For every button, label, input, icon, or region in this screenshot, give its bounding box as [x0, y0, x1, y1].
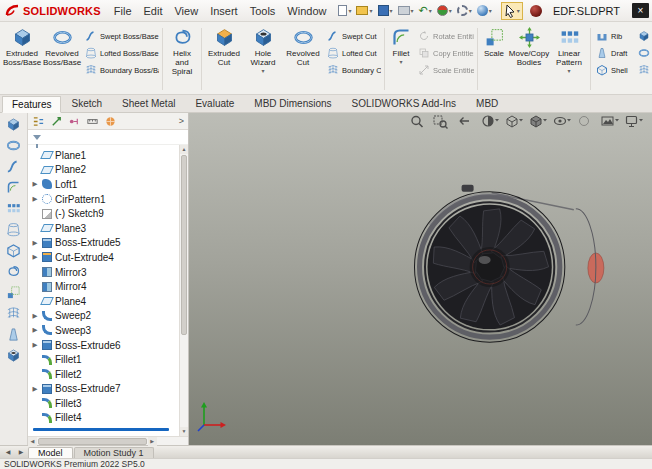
display-style-icon[interactable] — [531, 116, 547, 127]
expand-arrow-icon[interactable]: ▶ — [31, 253, 39, 261]
scroll-up-arrow-icon[interactable]: ▲ — [180, 145, 188, 154]
move-copy-bodies-button[interactable]: Move/Copy Bodies — [508, 24, 550, 94]
tab-scroll-right-icon[interactable]: ▶ — [15, 446, 27, 458]
propertymanager-tab-icon[interactable] — [50, 115, 63, 128]
tree-item[interactable]: Fillet1 — [31, 352, 177, 367]
hide-show-items-icon[interactable] — [555, 118, 572, 125]
nose-shaft[interactable] — [570, 253, 604, 283]
rebuild-button[interactable]: ▾ — [436, 4, 453, 17]
tree-item[interactable]: (-) Sketch9 — [31, 206, 177, 221]
left-tool-icon[interactable] — [6, 138, 21, 153]
filter-funnel-icon[interactable] — [33, 135, 41, 140]
left-tool-icon[interactable] — [6, 159, 21, 174]
new-document-button[interactable]: ▾ — [337, 4, 352, 17]
lofted-boss-button[interactable]: Lofted Boss/Base — [85, 47, 159, 59]
select-tool-button[interactable]: ▾ — [501, 2, 523, 20]
linear-pattern-button[interactable]: Linear Pattern▾ — [550, 24, 588, 94]
copy-entities-button[interactable]: Copy Entities — [418, 47, 474, 59]
left-tool-icon[interactable] — [6, 348, 21, 363]
left-tool-icon[interactable] — [6, 327, 21, 342]
menu-window[interactable]: Window — [281, 3, 332, 19]
tree-item[interactable]: ▶Cut-Extrude4 — [31, 250, 177, 265]
tree-horizontal-scrollbar[interactable]: ◀ ▶ — [28, 436, 188, 445]
expand-arrow-icon[interactable]: ▶ — [31, 195, 39, 203]
tree-item[interactable]: Plane3 — [31, 221, 177, 236]
expand-arrow-icon[interactable]: ▶ — [31, 341, 39, 349]
tree-item[interactable]: Plane4 — [31, 294, 177, 309]
tree-item[interactable]: ▶CirPattern1 — [31, 192, 177, 207]
extruded-cut-button[interactable]: Extruded Cut — [204, 24, 244, 94]
rib-button[interactable]: Rib — [596, 30, 634, 42]
expand-arrow-icon[interactable]: ▶ — [31, 239, 39, 247]
tree-item[interactable]: Fillet3 — [31, 396, 177, 411]
open-button[interactable]: ▾ — [355, 5, 373, 16]
section-view-icon[interactable] — [483, 116, 499, 126]
scale-button[interactable]: Scale — [480, 24, 508, 94]
rollback-bar[interactable] — [33, 428, 169, 431]
scrollbar-thumb[interactable] — [181, 155, 187, 335]
displaymanager-tab-icon[interactable] — [104, 115, 117, 128]
print-button[interactable]: ▾ — [397, 5, 415, 16]
tree-item[interactable]: Fillet4 — [31, 411, 177, 426]
helix-spiral-button[interactable]: Helix and Spiral — [165, 24, 199, 94]
tree-item[interactable]: Fillet2 — [31, 367, 177, 382]
left-tool-icon[interactable] — [6, 306, 21, 321]
save-button[interactable]: ▾ — [377, 4, 394, 17]
tab-model[interactable]: Model — [28, 447, 73, 458]
tab-mbd-dimensions[interactable]: MBD Dimensions — [244, 95, 341, 112]
scroll-right-arrow-icon[interactable]: ▶ — [148, 437, 157, 446]
panel-expand-chevron-icon[interactable]: > — [179, 116, 184, 126]
tree-vertical-scrollbar[interactable]: ▲ ▼ — [179, 145, 188, 436]
view-settings-icon[interactable] — [627, 117, 644, 127]
revolved-cut-button[interactable]: Revolved Cut — [282, 24, 324, 94]
left-tool-icon[interactable] — [6, 264, 21, 279]
tab-sketch[interactable]: Sketch — [61, 95, 112, 112]
tree-item[interactable]: ▶Sweep3 — [31, 323, 177, 338]
sphere-icon[interactable] — [530, 5, 542, 17]
model-edf-part[interactable] — [189, 113, 652, 445]
rotate-entities-button[interactable]: Rotate Entities — [418, 30, 474, 42]
tree-item[interactable]: ▶Loft1 — [31, 177, 177, 192]
close-button[interactable]: × — [632, 3, 649, 18]
swept-cut-button[interactable]: Swept Cut — [327, 30, 381, 42]
tab-sheet-metal[interactable]: Sheet Metal — [112, 95, 185, 112]
tree-item[interactable]: ▶Boss-Extrude7 — [31, 382, 177, 397]
menu-edit[interactable]: Edit — [138, 3, 169, 19]
tab-mbd[interactable]: MBD — [466, 95, 508, 112]
tree-item[interactable]: Plane1 — [31, 148, 177, 163]
scroll-down-arrow-icon[interactable]: ▼ — [180, 427, 188, 436]
mirror-button[interactable]: Mirror — [638, 64, 652, 76]
scrollbar-thumb[interactable] — [38, 438, 147, 445]
extruded-boss-button[interactable]: Extruded Boss/Base — [2, 24, 42, 94]
menu-insert[interactable]: Insert — [204, 3, 244, 19]
options-button[interactable]: ▾ — [456, 4, 473, 17]
left-tool-icon[interactable] — [6, 243, 21, 258]
expand-arrow-icon[interactable]: ▶ — [31, 385, 39, 393]
tree-item[interactable]: ▶Sweep2 — [31, 309, 177, 324]
undo-button[interactable]: ↶▾ — [418, 4, 433, 17]
menu-file[interactable]: File — [108, 3, 138, 19]
tab-features[interactable]: Features — [2, 96, 61, 113]
fillet-button[interactable]: Fillet▾ — [387, 24, 415, 94]
apply-scene-icon[interactable] — [602, 117, 619, 125]
zoom-to-area-icon[interactable] — [434, 116, 448, 129]
graphics-viewport[interactable] — [189, 113, 652, 445]
view-orientation-icon[interactable] — [507, 116, 523, 127]
tab-motion-study-1[interactable]: Motion Study 1 — [74, 447, 154, 458]
boundary-boss-button[interactable]: Boundary Boss/Base — [85, 64, 159, 76]
previous-view-icon[interactable] — [460, 118, 469, 125]
scroll-left-arrow-icon[interactable]: ◀ — [28, 437, 37, 446]
tab-scroll-left-icon[interactable]: ◀ — [2, 446, 14, 458]
menu-tools[interactable]: Tools — [244, 3, 282, 19]
left-tool-icon[interactable] — [6, 222, 21, 237]
intersect-button[interactable]: Intersect — [638, 47, 652, 59]
draft-button[interactable]: Draft — [596, 47, 634, 59]
hole-wizard-button[interactable]: Hole Wizard▾ — [244, 24, 282, 94]
left-tool-icon[interactable] — [6, 117, 21, 132]
left-tool-icon[interactable] — [6, 180, 21, 195]
tab-evaluate[interactable]: Evaluate — [185, 95, 244, 112]
revolved-boss-button[interactable]: Revolved Boss/Base — [42, 24, 82, 94]
tab-solidworks-add-ins[interactable]: SOLIDWORKS Add-Ins — [342, 95, 466, 112]
zoom-to-fit-icon[interactable] — [412, 117, 423, 128]
shell-button[interactable]: Shell — [596, 64, 634, 76]
